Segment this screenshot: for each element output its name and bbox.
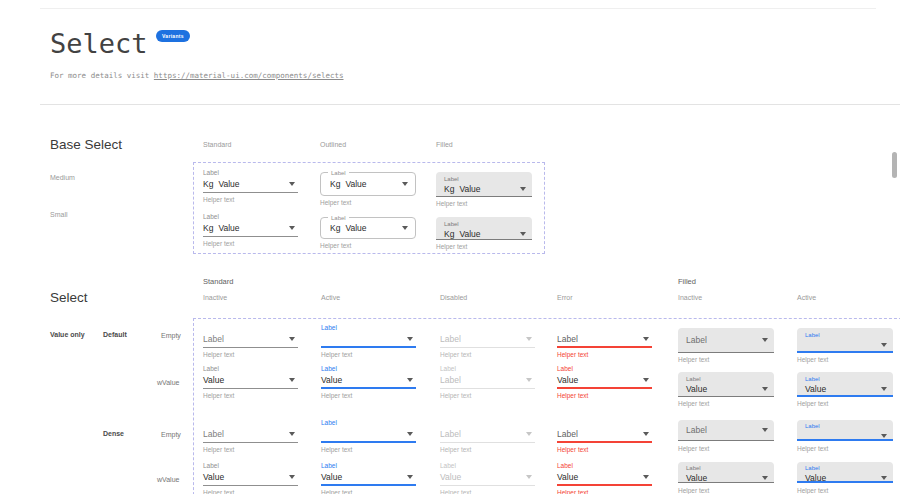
select-standard-dense-inactive-empty[interactable]: Label Helper text: [203, 419, 298, 453]
select-field: Label KgValue: [436, 172, 532, 197]
select-filled-inactive-wvalue[interactable]: Label Value Helper text: [678, 372, 774, 407]
dropdown-arrow-icon: [289, 378, 295, 382]
select-value-row: Value: [686, 383, 768, 395]
select-field: [321, 332, 416, 348]
value-text: Value: [557, 472, 578, 482]
value-text: Label: [686, 425, 707, 435]
row-label-wvalue: wValue: [157, 379, 179, 386]
select-filled-active-empty[interactable]: Label Helper text: [797, 328, 893, 363]
dropdown-arrow-icon: [762, 476, 768, 480]
value-text: Value: [440, 472, 461, 482]
dropdown-arrow-icon: [526, 432, 532, 436]
base-select-outlined-small[interactable]: LabelKgValue Helper text: [320, 217, 416, 249]
base-select-standard-medium[interactable]: Label KgValue Helper text: [203, 169, 298, 203]
select-standard-error-empty[interactable]: Label Helper text: [557, 324, 652, 358]
base-select-outlined-medium[interactable]: LabelKgValue Helper text: [320, 172, 416, 206]
row-label-default: Default: [103, 331, 127, 338]
value-text: Label: [686, 335, 707, 345]
select-value-row: Label: [686, 424, 768, 436]
scrollbar-thumb[interactable]: [892, 152, 897, 178]
base-select-filled-small[interactable]: Label KgValue Helper text: [436, 217, 532, 250]
value-text: Value: [805, 384, 826, 394]
helper-text: Helper text: [797, 400, 893, 407]
select-field: Label: [203, 427, 298, 443]
select-standard-dense-disabled-wvalue[interactable]: Label Value Helper text: [440, 462, 535, 494]
select-standard-disabled-wvalue[interactable]: Label Label Helper text: [440, 365, 535, 399]
helper-text: Helper text: [321, 446, 416, 453]
helper-text: Helper text: [321, 489, 416, 494]
state-header-active: Active: [321, 294, 340, 301]
base-select-standard-small[interactable]: Label KgValue Helper text: [203, 213, 298, 247]
helper-text: Helper text: [440, 351, 535, 358]
select-spec-frame: [193, 318, 900, 494]
floating-label: Label: [805, 331, 887, 339]
adornment-kg: Kg: [203, 223, 213, 233]
group-header-filled: Filled: [678, 277, 696, 286]
state-header-filled-inactive: Inactive: [678, 294, 702, 301]
helper-text: Helper text: [440, 446, 535, 453]
row-label-dense: Dense: [103, 430, 124, 437]
select-field: Value: [203, 373, 298, 389]
select-field: Label: [678, 420, 774, 441]
select-field: KgValue: [203, 177, 298, 193]
row-label-medium: Medium: [50, 174, 75, 181]
select-standard-dense-active-wvalue[interactable]: Label Value Helper text: [321, 462, 416, 494]
dropdown-arrow-icon: [881, 343, 887, 347]
floating-label: Label: [444, 220, 526, 228]
value-text: Label: [440, 375, 461, 385]
dropdown-arrow-icon: [520, 232, 526, 236]
select-standard-dense-error-empty[interactable]: Label Helper text: [557, 419, 652, 453]
material-ui-link[interactable]: https://material-ui.com/components/selec…: [154, 71, 344, 80]
dropdown-arrow-icon: [407, 475, 413, 479]
select-standard-inactive-wvalue[interactable]: Label Value Helper text: [203, 365, 298, 399]
select-standard-dense-error-wvalue[interactable]: Label Value Helper text: [557, 462, 652, 494]
helper-text: Helper text: [797, 445, 893, 452]
select-standard-dense-disabled-empty[interactable]: Label Helper text: [440, 419, 535, 453]
helper-text: Helper text: [557, 392, 652, 399]
dropdown-arrow-icon: [762, 338, 768, 342]
select-field: Value: [321, 373, 416, 389]
select-filled-inactive-empty[interactable]: Label Helper text: [678, 328, 774, 363]
select-standard-dense-inactive-wvalue[interactable]: Label Value Helper text: [203, 462, 298, 494]
select-standard-active-wvalue[interactable]: Label Value Helper text: [321, 365, 416, 399]
dropdown-arrow-icon: [289, 337, 295, 341]
select-standard-disabled-empty[interactable]: Label Helper text: [440, 324, 535, 358]
helper-text: Helper text: [321, 351, 416, 358]
base-select-heading: Base Select: [50, 137, 122, 152]
select-filled-active-wvalue[interactable]: Label Value Helper text: [797, 372, 893, 407]
floating-label: Label: [328, 214, 349, 222]
select-standard-active-empty[interactable]: Label Helper text: [321, 324, 416, 358]
dropdown-arrow-icon: [643, 378, 649, 382]
dropdown-arrow-icon: [289, 182, 295, 186]
floating-label: Label: [203, 169, 298, 177]
select-value: KgValue: [330, 179, 367, 189]
select-field: Label: [440, 332, 535, 348]
select-filled-dense-inactive-empty[interactable]: Label Helper text: [678, 420, 774, 452]
dropdown-arrow-icon: [881, 434, 887, 438]
floating-label: Label: [805, 375, 887, 383]
dropdown-arrow-icon: [762, 428, 768, 432]
select-filled-dense-inactive-wvalue[interactable]: Label Value Helper text: [678, 462, 774, 494]
base-select-filled-medium[interactable]: Label KgValue Helper text: [436, 172, 532, 207]
select-standard-inactive-empty[interactable]: Label Helper text: [203, 324, 298, 358]
helper-text: Helper text: [203, 240, 298, 247]
top-rule: [40, 8, 876, 9]
dropdown-arrow-icon: [643, 337, 649, 341]
dropdown-arrow-icon: [289, 475, 295, 479]
select-standard-error-wvalue[interactable]: Label Value Helper text: [557, 365, 652, 399]
select-filled-dense-active-empty[interactable]: Label Helper text: [797, 420, 893, 452]
adornment-kg: Kg: [444, 184, 454, 194]
select-field: Label: [678, 328, 774, 353]
select-filled-dense-active-wvalue[interactable]: Label Value Helper text: [797, 462, 893, 494]
select-standard-dense-active-empty[interactable]: Label Helper text: [321, 419, 416, 453]
floating-label: Label: [805, 464, 887, 472]
floating-label: Label: [686, 375, 768, 383]
value-text: Value: [203, 472, 224, 482]
select-value: KgValue: [203, 223, 240, 233]
helper-text: Helper text: [440, 392, 535, 399]
helper-text: Helper text: [436, 243, 532, 250]
select-value-row: Value: [805, 383, 887, 395]
page: Select Variants For more details visit h…: [0, 0, 900, 494]
state-header-error: Error: [557, 294, 573, 301]
dropdown-arrow-icon: [881, 476, 887, 480]
